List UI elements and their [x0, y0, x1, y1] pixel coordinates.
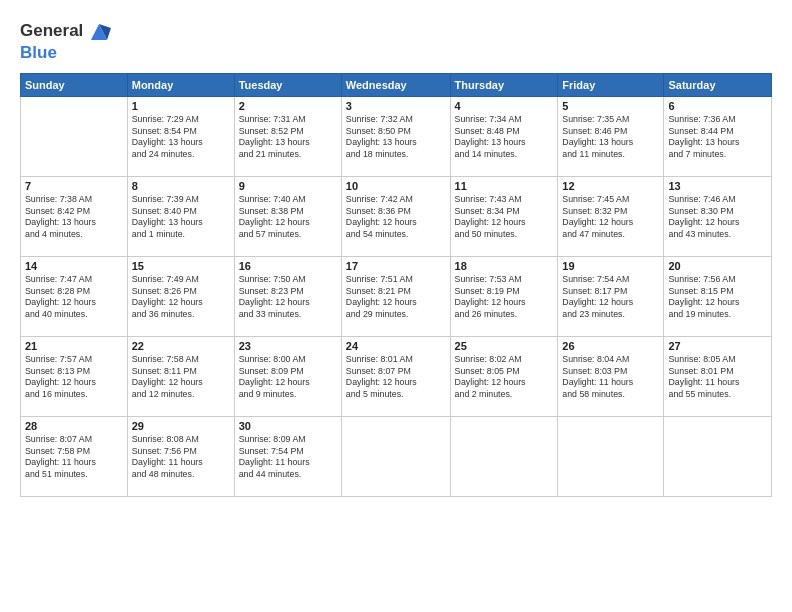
logo-general-text: General [20, 21, 83, 40]
day-cell [664, 416, 772, 496]
day-number: 29 [132, 420, 230, 432]
day-info: Sunrise: 7:47 AM Sunset: 8:28 PM Dayligh… [25, 274, 123, 322]
day-info: Sunrise: 8:02 AM Sunset: 8:05 PM Dayligh… [455, 354, 554, 402]
day-cell: 1Sunrise: 7:29 AM Sunset: 8:54 PM Daylig… [127, 96, 234, 176]
day-number: 14 [25, 260, 123, 272]
day-info: Sunrise: 7:31 AM Sunset: 8:52 PM Dayligh… [239, 114, 337, 162]
day-info: Sunrise: 7:46 AM Sunset: 8:30 PM Dayligh… [668, 194, 767, 242]
col-header-friday: Friday [558, 73, 664, 96]
day-info: Sunrise: 7:54 AM Sunset: 8:17 PM Dayligh… [562, 274, 659, 322]
day-info: Sunrise: 7:45 AM Sunset: 8:32 PM Dayligh… [562, 194, 659, 242]
day-number: 4 [455, 100, 554, 112]
logo-icon [85, 18, 113, 46]
day-cell [558, 416, 664, 496]
day-cell: 29Sunrise: 8:08 AM Sunset: 7:56 PM Dayli… [127, 416, 234, 496]
day-info: Sunrise: 8:07 AM Sunset: 7:58 PM Dayligh… [25, 434, 123, 482]
day-cell [450, 416, 558, 496]
day-info: Sunrise: 8:09 AM Sunset: 7:54 PM Dayligh… [239, 434, 337, 482]
day-number: 23 [239, 340, 337, 352]
day-info: Sunrise: 8:04 AM Sunset: 8:03 PM Dayligh… [562, 354, 659, 402]
day-info: Sunrise: 7:35 AM Sunset: 8:46 PM Dayligh… [562, 114, 659, 162]
day-cell: 28Sunrise: 8:07 AM Sunset: 7:58 PM Dayli… [21, 416, 128, 496]
day-cell: 16Sunrise: 7:50 AM Sunset: 8:23 PM Dayli… [234, 256, 341, 336]
header-row: SundayMondayTuesdayWednesdayThursdayFrid… [21, 73, 772, 96]
day-number: 13 [668, 180, 767, 192]
day-number: 2 [239, 100, 337, 112]
day-cell: 4Sunrise: 7:34 AM Sunset: 8:48 PM Daylig… [450, 96, 558, 176]
day-cell: 8Sunrise: 7:39 AM Sunset: 8:40 PM Daylig… [127, 176, 234, 256]
day-number: 5 [562, 100, 659, 112]
day-number: 22 [132, 340, 230, 352]
day-cell [21, 96, 128, 176]
day-number: 6 [668, 100, 767, 112]
day-number: 27 [668, 340, 767, 352]
day-cell: 12Sunrise: 7:45 AM Sunset: 8:32 PM Dayli… [558, 176, 664, 256]
col-header-sunday: Sunday [21, 73, 128, 96]
logo-text: General Blue [20, 18, 113, 63]
day-info: Sunrise: 7:40 AM Sunset: 8:38 PM Dayligh… [239, 194, 337, 242]
day-info: Sunrise: 7:38 AM Sunset: 8:42 PM Dayligh… [25, 194, 123, 242]
day-info: Sunrise: 7:56 AM Sunset: 8:15 PM Dayligh… [668, 274, 767, 322]
day-cell: 2Sunrise: 7:31 AM Sunset: 8:52 PM Daylig… [234, 96, 341, 176]
day-info: Sunrise: 8:08 AM Sunset: 7:56 PM Dayligh… [132, 434, 230, 482]
day-info: Sunrise: 7:43 AM Sunset: 8:34 PM Dayligh… [455, 194, 554, 242]
day-number: 18 [455, 260, 554, 272]
week-row-1: 1Sunrise: 7:29 AM Sunset: 8:54 PM Daylig… [21, 96, 772, 176]
day-cell: 13Sunrise: 7:46 AM Sunset: 8:30 PM Dayli… [664, 176, 772, 256]
day-cell: 11Sunrise: 7:43 AM Sunset: 8:34 PM Dayli… [450, 176, 558, 256]
logo: General Blue [20, 18, 113, 63]
day-info: Sunrise: 7:50 AM Sunset: 8:23 PM Dayligh… [239, 274, 337, 322]
day-cell: 21Sunrise: 7:57 AM Sunset: 8:13 PM Dayli… [21, 336, 128, 416]
day-info: Sunrise: 7:29 AM Sunset: 8:54 PM Dayligh… [132, 114, 230, 162]
day-info: Sunrise: 7:34 AM Sunset: 8:48 PM Dayligh… [455, 114, 554, 162]
day-cell: 6Sunrise: 7:36 AM Sunset: 8:44 PM Daylig… [664, 96, 772, 176]
day-number: 11 [455, 180, 554, 192]
day-info: Sunrise: 7:36 AM Sunset: 8:44 PM Dayligh… [668, 114, 767, 162]
day-info: Sunrise: 7:57 AM Sunset: 8:13 PM Dayligh… [25, 354, 123, 402]
day-info: Sunrise: 7:53 AM Sunset: 8:19 PM Dayligh… [455, 274, 554, 322]
page: General Blue SundayMondayTuesdayWednesda… [0, 0, 792, 612]
day-cell: 9Sunrise: 7:40 AM Sunset: 8:38 PM Daylig… [234, 176, 341, 256]
day-cell: 19Sunrise: 7:54 AM Sunset: 8:17 PM Dayli… [558, 256, 664, 336]
day-number: 12 [562, 180, 659, 192]
week-row-4: 21Sunrise: 7:57 AM Sunset: 8:13 PM Dayli… [21, 336, 772, 416]
day-number: 1 [132, 100, 230, 112]
day-cell: 3Sunrise: 7:32 AM Sunset: 8:50 PM Daylig… [341, 96, 450, 176]
day-cell: 30Sunrise: 8:09 AM Sunset: 7:54 PM Dayli… [234, 416, 341, 496]
day-number: 25 [455, 340, 554, 352]
day-cell: 22Sunrise: 7:58 AM Sunset: 8:11 PM Dayli… [127, 336, 234, 416]
day-number: 10 [346, 180, 446, 192]
day-info: Sunrise: 7:42 AM Sunset: 8:36 PM Dayligh… [346, 194, 446, 242]
logo-blue-text: Blue [20, 44, 113, 63]
day-number: 20 [668, 260, 767, 272]
day-number: 15 [132, 260, 230, 272]
day-info: Sunrise: 7:32 AM Sunset: 8:50 PM Dayligh… [346, 114, 446, 162]
day-number: 21 [25, 340, 123, 352]
day-info: Sunrise: 7:49 AM Sunset: 8:26 PM Dayligh… [132, 274, 230, 322]
day-cell: 17Sunrise: 7:51 AM Sunset: 8:21 PM Dayli… [341, 256, 450, 336]
day-cell: 27Sunrise: 8:05 AM Sunset: 8:01 PM Dayli… [664, 336, 772, 416]
day-number: 3 [346, 100, 446, 112]
day-cell: 5Sunrise: 7:35 AM Sunset: 8:46 PM Daylig… [558, 96, 664, 176]
day-info: Sunrise: 8:00 AM Sunset: 8:09 PM Dayligh… [239, 354, 337, 402]
day-number: 7 [25, 180, 123, 192]
day-number: 28 [25, 420, 123, 432]
col-header-monday: Monday [127, 73, 234, 96]
day-cell: 10Sunrise: 7:42 AM Sunset: 8:36 PM Dayli… [341, 176, 450, 256]
week-row-5: 28Sunrise: 8:07 AM Sunset: 7:58 PM Dayli… [21, 416, 772, 496]
col-header-tuesday: Tuesday [234, 73, 341, 96]
day-cell: 26Sunrise: 8:04 AM Sunset: 8:03 PM Dayli… [558, 336, 664, 416]
day-cell [341, 416, 450, 496]
day-info: Sunrise: 7:51 AM Sunset: 8:21 PM Dayligh… [346, 274, 446, 322]
logo-general: General [20, 18, 113, 46]
day-cell: 7Sunrise: 7:38 AM Sunset: 8:42 PM Daylig… [21, 176, 128, 256]
week-row-3: 14Sunrise: 7:47 AM Sunset: 8:28 PM Dayli… [21, 256, 772, 336]
day-info: Sunrise: 7:39 AM Sunset: 8:40 PM Dayligh… [132, 194, 230, 242]
day-cell: 24Sunrise: 8:01 AM Sunset: 8:07 PM Dayli… [341, 336, 450, 416]
day-number: 26 [562, 340, 659, 352]
day-info: Sunrise: 7:58 AM Sunset: 8:11 PM Dayligh… [132, 354, 230, 402]
day-cell: 23Sunrise: 8:00 AM Sunset: 8:09 PM Dayli… [234, 336, 341, 416]
day-cell: 18Sunrise: 7:53 AM Sunset: 8:19 PM Dayli… [450, 256, 558, 336]
day-number: 17 [346, 260, 446, 272]
day-number: 19 [562, 260, 659, 272]
